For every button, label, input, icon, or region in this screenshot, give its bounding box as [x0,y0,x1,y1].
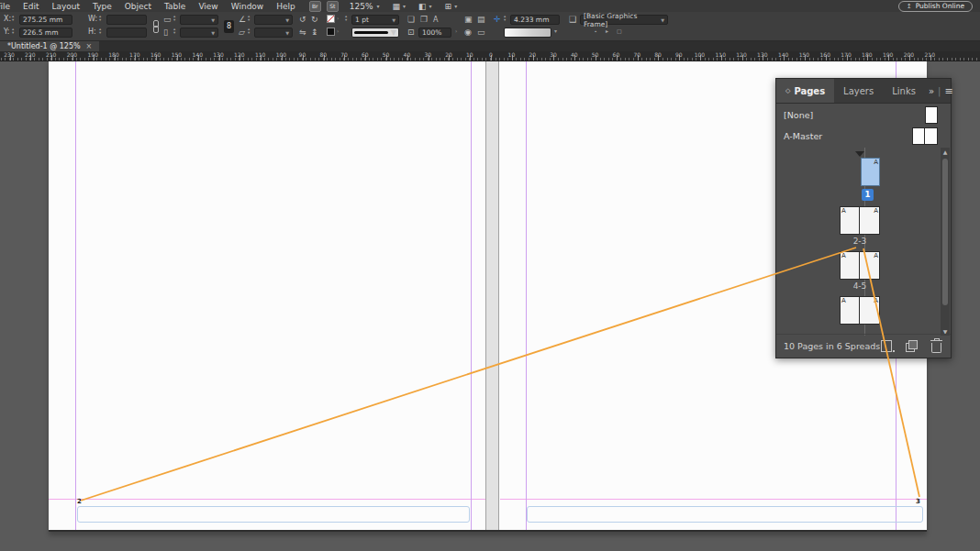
text-frame-left-page[interactable] [77,506,470,523]
text-frame-right-page[interactable] [527,506,923,523]
page-thumbnail[interactable]: A [861,158,880,186]
opacity-field[interactable]: 100% [418,28,451,38]
menu-item-help[interactable]: Help [270,2,302,11]
corner-radius-field[interactable]: 4.233 mm [510,15,560,25]
scale-x-field[interactable]: ▼ [180,15,218,25]
stroke-style-dropdown[interactable]: ▼ [351,28,399,38]
x-position-field[interactable]: 275.25 mm [19,15,72,25]
spread-item[interactable]: A1 [840,151,880,201]
ruler-label: 70 [633,51,640,58]
screen-mode-dropdown[interactable]: ◧ ▾ [418,2,432,11]
object-style-dropdown[interactable]: [Basic Graphics Frame]▼ [580,15,668,25]
rotate-cw-icon[interactable]: ↻ [311,15,318,25]
constrain-proportions-icon[interactable]: 8 [224,20,234,33]
shear-stepper[interactable]: ▴▾ [248,28,250,35]
width-stepper[interactable]: ▴▾ [99,15,101,22]
spread-item[interactable]: AA [840,296,880,326]
quick-apply-icon[interactable]: ▢ [617,28,622,34]
page-thumbnail[interactable]: A [860,206,880,235]
tab-layers[interactable]: Layers [834,79,883,103]
height-field[interactable] [106,28,147,38]
close-icon[interactable]: × [86,42,93,50]
scale-y-field[interactable]: ▼ [180,28,218,38]
pages-count-status: 10 Pages in 6 Spreads [784,341,881,351]
ruler-label: 150 [799,51,809,58]
scrollbar-thumb[interactable] [942,159,948,305]
y-stepper[interactable]: ▴▾ [12,28,14,35]
page-thumbnail[interactable]: A [840,296,860,325]
menu-item-edit[interactable]: Edit [17,2,45,11]
tab-links[interactable]: Links [883,79,925,103]
menu-item-window[interactable]: Window [225,2,271,11]
drop-shadow-icon[interactable]: ◉ [464,28,472,38]
page-thumbnail[interactable]: A [860,251,880,280]
delete-page-icon[interactable] [931,343,941,353]
menu-item-object[interactable]: Object [118,2,158,11]
page-thumbnail[interactable]: A [840,206,860,235]
x-stepper[interactable]: ▴▾ [12,15,14,22]
menu-item-layout[interactable]: Layout [46,2,87,11]
menu-item-file[interactable]: File [0,2,17,11]
width-field[interactable] [106,15,147,25]
zoom-level-dropdown[interactable]: 125% ▾ [350,2,380,11]
spread-item[interactable]: AA2-3 [840,206,880,246]
opacity-flyout-icon[interactable]: › [455,28,457,34]
collapse-panel-icon[interactable]: » [925,86,938,96]
spread-item[interactable]: AA4-5 [840,251,880,291]
frame-icon[interactable]: ▭ [477,28,485,38]
ruler-label: 120 [234,51,244,58]
create-new-page-icon[interactable] [908,340,918,349]
page-thumbnail[interactable]: A [860,296,880,325]
fill-flyout-icon[interactable]: › [337,15,339,21]
rotate-ccw-icon[interactable]: ↺ [299,15,306,25]
ruler-label: 80 [319,51,327,58]
rotation-angle-field[interactable]: ▼ [254,15,293,25]
fitting-icon[interactable]: A [433,15,438,25]
ruler-label: 120 [736,51,746,58]
scale-y-stepper[interactable]: ▴▾ [173,28,175,35]
menu-item-type[interactable]: Type [86,2,118,11]
flip-vertical-icon[interactable]: ↨ [311,28,318,38]
ruler-label: 210 [46,51,56,58]
scale-x-stepper[interactable]: ▴▾ [173,15,175,22]
master-row-none[interactable]: [None] [776,105,951,126]
view-options-dropdown[interactable]: ▦ ▾ [393,2,406,11]
panel-scrollbar[interactable]: ▲ ▼ [941,148,950,336]
height-stepper[interactable]: ▴▾ [99,28,101,35]
rotation-stepper[interactable]: ▴▾ [248,15,250,22]
menu-item-table[interactable]: Table [158,2,192,11]
stroke-weight-field[interactable]: 1 pt▼ [351,15,399,25]
publish-online-button[interactable]: ↥ Publish Online [898,1,973,12]
fill-color-swatch[interactable] [327,15,335,23]
page-thumbnail[interactable]: A [840,251,860,280]
shear-angle-field[interactable]: ▼ [254,28,293,38]
document-tab[interactable]: *Untitled-1 @ 125% × [0,40,99,51]
arrange-documents-dropdown[interactable]: ⊞ ▾ [445,2,458,11]
edit-page-size-icon[interactable] [881,340,892,352]
wrap-icon[interactable]: ▤ [477,15,485,25]
style-override-icon[interactable]: ⬩ [595,28,596,35]
clear-overrides-icon[interactable]: ▸ [606,28,608,34]
scroll-up-icon[interactable]: ▲ [941,149,950,155]
corner-radius-stepper[interactable]: ▴▾ [504,15,506,22]
corner-shape-icon[interactable]: ❏ [407,15,415,25]
ruler-label: 170 [129,51,139,58]
stroke-flyout-icon[interactable]: › [337,28,339,34]
swatch-gradient-bar[interactable] [504,28,551,38]
panel-menu-icon[interactable]: ≡ [941,85,960,97]
stroke-weight-stepper[interactable]: ▴▾ [345,15,347,22]
bridge-icon[interactable]: Br [309,1,321,12]
corner-options-icon[interactable]: ❐ [420,15,428,25]
y-position-field[interactable]: 226.5 mm [19,28,72,38]
master-row-a-master[interactable]: A-Master [776,126,951,147]
stroke-color-swatch[interactable] [327,28,335,36]
horizontal-ruler[interactable]: 2302202102001901801701601501401301201101… [0,51,980,61]
flip-horizontal-icon[interactable]: ⇋ [299,28,306,38]
scale-x-icon: ▭ [163,15,172,25]
effects-icon[interactable]: ▣ [464,15,473,25]
tab-label: Pages [794,86,825,96]
stock-icon[interactable]: St [327,1,339,12]
tab-pages[interactable]: ◇Pages [776,79,834,103]
gradient-chevron-icon[interactable]: ▾ [554,28,557,34]
menu-item-view[interactable]: View [192,2,224,11]
